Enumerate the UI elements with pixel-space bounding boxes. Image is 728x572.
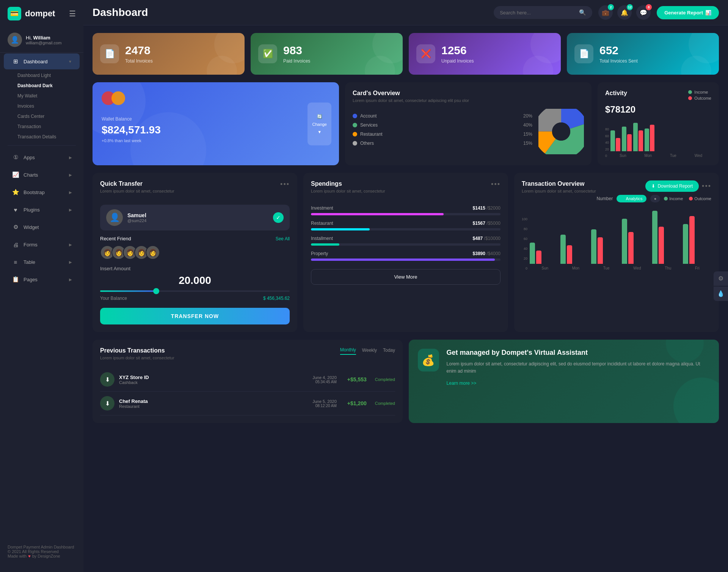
spending-item-header: Investment $1415 /$2000	[311, 205, 500, 211]
toggle-inactive-button[interactable]: ●	[650, 195, 661, 202]
mc-orange-circle	[111, 91, 125, 105]
transaction-info: Chef Renata Restaurant	[119, 398, 148, 409]
bar-group-wed	[645, 125, 654, 151]
user-name: William	[33, 35, 50, 41]
va-learn-more-link[interactable]: Learn more >>	[447, 381, 477, 386]
bar-chart-wrap: Sun Mon Tue Wed	[610, 121, 711, 158]
hamburger-icon[interactable]: ☰	[69, 9, 76, 18]
slider-thumb	[153, 288, 159, 294]
message-badge: 8	[646, 4, 652, 10]
legend-dot	[353, 123, 357, 127]
settings-button[interactable]: ⚙	[714, 271, 728, 286]
chevron-right-icon: ▶	[69, 190, 72, 194]
user-greeting: Hi, William	[26, 35, 61, 41]
sidebar-item-plugins[interactable]: ♥ Plugins ▶	[4, 202, 80, 218]
progress-bar	[311, 213, 500, 215]
bar-chart	[610, 121, 711, 151]
sidebar-item-table[interactable]: ≡ Table ▶	[4, 254, 80, 270]
balance-label: Your Balance	[100, 296, 127, 301]
tab-monthly[interactable]: Monthly	[340, 347, 356, 355]
more-options-button[interactable]: •••	[702, 182, 711, 190]
user-info: Hi, William william@gmail.com	[26, 35, 61, 45]
search-input[interactable]	[500, 10, 576, 16]
view-more-button[interactable]: View More	[311, 269, 500, 285]
chevron-right-icon: ▶	[69, 173, 72, 177]
bar-group-sun	[610, 130, 620, 151]
sidebar-item-pages[interactable]: 📋 Pages ▶	[4, 271, 80, 287]
income-bar	[633, 123, 638, 151]
sidebar-item-bootstrap[interactable]: ⭐ Bootstrap ▶	[4, 184, 80, 200]
amount-slider[interactable]	[100, 290, 290, 292]
outcome-bar	[536, 251, 541, 264]
stat-card-unpaid-invoices: ❌ 1256 Unpaid Invoices	[409, 33, 561, 75]
briefcase-button[interactable]: 💼 2	[598, 5, 613, 20]
stat-number: 1256	[441, 44, 474, 57]
user-section: 👤 Hi, William william@gmail.com	[0, 27, 83, 53]
tab-weekly[interactable]: Weekly	[362, 348, 377, 354]
sidebar-item-charts[interactable]: 📈 Charts ▶	[4, 167, 80, 183]
subnav-dashboard-light[interactable]: Dashboard Light	[14, 71, 83, 80]
virtual-assistant: 💰 Get managed by Dompet's Virtual Assist…	[409, 340, 719, 423]
sidebar-item-apps[interactable]: ① Apps ▶	[4, 149, 80, 165]
bar-group-tue	[591, 229, 620, 264]
generate-report-button[interactable]: Generate Report 📊	[657, 6, 719, 19]
app-name: Dompet Payment Admin Dashboard	[8, 545, 76, 549]
logo-icon: 💳	[8, 7, 21, 20]
stat-label: Total Invoices	[125, 58, 153, 64]
bar-group-mon	[622, 127, 632, 151]
transaction-name: Chef Renata	[119, 398, 148, 404]
to-toggle: Number Analytics ● Income	[596, 195, 711, 202]
bar-group-sun	[530, 243, 558, 264]
message-button[interactable]: 💬 8	[636, 5, 651, 20]
apps-icon: ①	[11, 153, 20, 161]
theme-button[interactable]: 💧	[714, 287, 728, 301]
analytics-dot	[620, 197, 623, 200]
subnav-dashboard-dark[interactable]: Dashboard Dark	[14, 81, 83, 91]
download-report-button[interactable]: ⬇ Download Report	[645, 180, 699, 192]
spending-item-installment: Installment $487 /$10000	[311, 236, 500, 246]
pie-chart	[538, 109, 584, 154]
prev-transactions-info: Previous Transactions Lorem ipsum dolor …	[100, 347, 174, 366]
main-content: Dashboard 🔍 💼 2 🔔 12 💬 8 Generate Report…	[83, 0, 728, 572]
copyright: © 2021 All Rights Reserved	[8, 549, 76, 554]
search-icon: 🔍	[579, 9, 586, 16]
sidebar-item-dashboard[interactable]: ⊞ Dashboard ▼	[4, 53, 80, 69]
see-all-button[interactable]: See All	[276, 236, 290, 241]
more-options-button[interactable]: •••	[491, 180, 500, 188]
table-row: ⬇ XYZ Store ID Cashback June 4, 2020 05:…	[100, 368, 395, 392]
tab-today[interactable]: Today	[383, 348, 395, 354]
progress-bar	[311, 243, 500, 246]
to-subtitle: Lorem ipsum dolor sit amet, consectetur	[522, 189, 596, 193]
to-chart-container: 100 80 60 40 20 0	[522, 207, 711, 270]
nav-divider	[8, 145, 76, 146]
subnav-transaction[interactable]: Transaction	[14, 122, 83, 132]
dashboard-icon: ⊞	[11, 57, 20, 66]
chevron-down-icon: ▼	[68, 60, 72, 64]
legend-dot	[353, 141, 357, 146]
quick-transfer-header: Quick Transfer Lorem ipsum dolor sit ame…	[100, 180, 290, 199]
sidebar-item-widget[interactable]: ⚙ Widget	[4, 219, 80, 235]
transaction-icon: ⬇	[100, 372, 115, 387]
subnav-cards-center[interactable]: Cards Center	[14, 111, 83, 121]
more-options-button[interactable]: •••	[280, 180, 290, 188]
notification-badge: 12	[627, 4, 633, 10]
outcome-legend: Outcome	[688, 96, 711, 100]
transaction-info: XYZ Store ID Cashback	[119, 375, 149, 385]
subnav-transaction-details[interactable]: Transaction Details	[14, 132, 83, 142]
income-bar	[560, 235, 566, 264]
subnav-my-wallet[interactable]: My Wallet	[14, 91, 83, 101]
transfer-now-button[interactable]: TRANSFER NOW	[100, 308, 290, 324]
stat-label: Paid Invoices	[283, 58, 310, 64]
last-row: Previous Transactions Lorem ipsum dolor …	[93, 340, 719, 423]
sidebar-item-forms[interactable]: 🖨 Forms ▶	[4, 237, 80, 252]
subnav-invoices[interactable]: Invoices	[14, 101, 83, 111]
invoice-icon: 📄	[100, 44, 119, 63]
spendings-subtitle: Lorem ipsum dolor sit amet, consectetur	[311, 189, 385, 193]
outcome-bar	[689, 216, 695, 264]
paid-icon: ✅	[258, 44, 277, 63]
toggle-analytics-button[interactable]: Analytics	[617, 195, 646, 202]
change-button[interactable]: 🔄 Change ▼	[308, 102, 331, 145]
forms-icon: 🖨	[11, 240, 20, 249]
notification-button[interactable]: 🔔 12	[617, 5, 632, 20]
progress-bar	[311, 259, 500, 261]
